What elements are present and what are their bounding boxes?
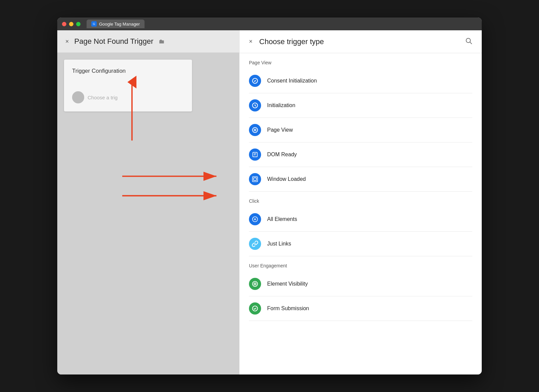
trigger-item-all-elements[interactable]: All Elements (249, 207, 472, 232)
trigger-name-initialization: Initialization (267, 102, 295, 108)
trigger-card: Trigger Configuration Choose a trig (64, 60, 192, 111)
trigger-item-form-submission[interactable]: Form Submission (249, 296, 472, 321)
consent-init-icon (249, 75, 261, 87)
trigger-item-just-links[interactable]: Just Links (249, 232, 472, 256)
section-page-view-label: Page View (249, 53, 472, 69)
page-view-icon (249, 124, 261, 136)
search-button[interactable] (465, 37, 472, 46)
element-visibility-icon (249, 278, 261, 290)
right-header: × Choose trigger type (240, 30, 482, 53)
left-content: Trigger Configuration Choose a trig (57, 53, 239, 374)
mac-window: G Google Tag Manager × Page Not Found Tr… (57, 18, 482, 374)
svg-point-17 (253, 282, 258, 287)
section-click-label: Click (249, 192, 472, 207)
all-elements-icon (249, 213, 261, 225)
section-user-engagement-label: User Engagement (249, 256, 472, 272)
trigger-name-page-view: Page View (267, 127, 293, 133)
svg-point-9 (253, 128, 258, 133)
folder-icon: 🖿 (159, 38, 165, 45)
right-pane-title: Choose trigger type (259, 37, 465, 46)
svg-point-19 (253, 306, 258, 311)
dom-ready-icon (249, 149, 261, 161)
tab-title: Google Tag Manager (99, 22, 140, 27)
choose-trigger-placeholder: Choose a trig (88, 95, 118, 100)
trigger-item-window-loaded[interactable]: Window Loaded (249, 167, 472, 192)
svg-point-10 (254, 129, 256, 131)
just-links-icon (249, 238, 261, 250)
trigger-item-consent-init[interactable]: Consent Initialization (249, 69, 472, 93)
gtm-favicon: G (91, 21, 97, 27)
fullscreen-button[interactable] (76, 22, 81, 26)
right-pane: × Choose trigger type Page View (239, 30, 482, 374)
trigger-name-dom-ready: DOM Ready (267, 152, 297, 158)
window-body: × Page Not Found Trigger 🖿 Trigger Confi… (57, 30, 482, 374)
form-submission-icon (249, 302, 261, 315)
trigger-card-title: Trigger Configuration (72, 68, 184, 74)
trigger-item-initialization[interactable]: Initialization (249, 93, 472, 118)
svg-line-6 (470, 42, 472, 44)
titlebar: G Google Tag Manager (57, 18, 482, 30)
trigger-list[interactable]: Page View Consent Initialization (240, 53, 482, 374)
minimize-button[interactable] (69, 22, 73, 26)
trigger-item-element-visibility[interactable]: Element Visibility (249, 272, 472, 296)
window-loaded-icon (249, 173, 261, 185)
trigger-name-element-visibility: Element Visibility (267, 281, 308, 287)
trigger-item-page-view[interactable]: Page View (249, 118, 472, 142)
left-pane-title: Page Not Found Trigger (74, 37, 154, 46)
trigger-name-all-elements: All Elements (267, 216, 297, 222)
left-pane: × Page Not Found Trigger 🖿 Trigger Confi… (57, 30, 239, 374)
svg-rect-14 (253, 177, 258, 182)
trigger-name-just-links: Just Links (267, 241, 291, 247)
svg-point-18 (254, 283, 256, 285)
trigger-name-window-loaded: Window Loaded (267, 176, 306, 182)
left-close-button[interactable]: × (65, 38, 69, 45)
trigger-name-form-submission: Form Submission (267, 305, 309, 312)
svg-rect-15 (254, 178, 256, 181)
close-button[interactable] (62, 22, 66, 26)
browser-tab[interactable]: G Google Tag Manager (87, 20, 145, 28)
left-header: × Page Not Found Trigger 🖿 (57, 30, 239, 53)
initialization-icon (249, 99, 261, 111)
right-close-button[interactable]: × (249, 38, 253, 45)
trigger-name-consent-init: Consent Initialization (267, 78, 317, 84)
trigger-item-dom-ready[interactable]: DOM Ready (249, 142, 472, 167)
